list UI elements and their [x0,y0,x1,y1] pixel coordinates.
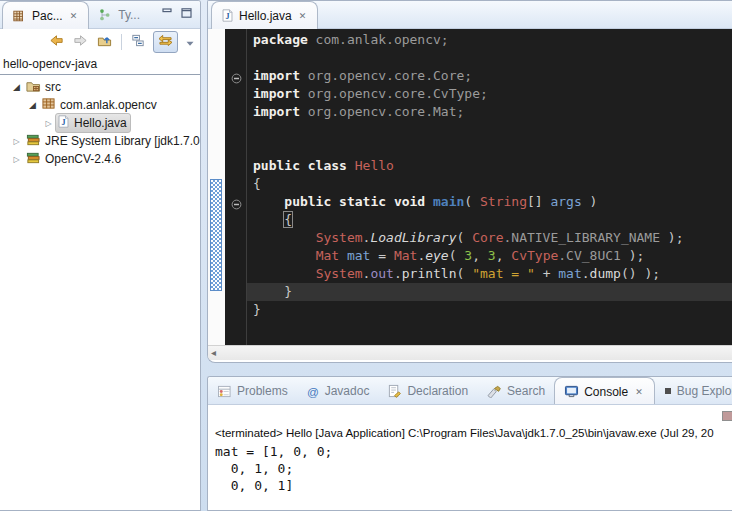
code-line[interactable]: Mat mat = Mat.eye( 3, 3, CvType.CV_8UC1 … [247,247,732,265]
code-token: LoadLibrary [370,230,456,245]
package-explorer-tabbar: Pac...✕Ty... [0,1,200,29]
console-output-line: 0, 1, 0; [215,460,732,477]
tree-item-jre-system-library-jdk1-7-0[interactable]: ▷JRE System Library [jdk1.7.0 [0,132,200,150]
close-icon[interactable]: ✕ [297,10,309,22]
tree-item-com-anlak-opencv[interactable]: ◢com.anlak.opencv [0,96,200,114]
link-with-editor-button[interactable] [153,31,178,53]
tree-item-label: JRE System Library [jdk1.7.0 [45,134,200,148]
svg-text:@: @ [307,385,319,398]
chevron-collapsed-icon[interactable]: ▷ [10,155,23,164]
scroll-left-arrow[interactable]: ◂ [208,348,216,358]
code-token: org.opencv.core.Mat; [300,104,464,119]
chevron-collapsed-icon[interactable]: ▷ [42,119,55,128]
package-explorer-view: Pac...✕Ty... hello-opencv-java ◢src◢com.… [0,0,201,511]
code-line[interactable]: System.LoadLibrary( Core.NATIVE_LIBRARY_… [247,229,732,247]
chevron-expanded-icon[interactable]: ◢ [26,100,39,110]
code-token: out [370,266,393,281]
view-menu-button[interactable] [185,33,195,51]
fold-collapse-icon[interactable] [231,196,242,214]
code-line[interactable]: import org.opencv.core.CvType; [247,85,732,103]
maximize-view-button[interactable] [181,8,192,18]
code-token [339,248,347,263]
editor-horizontal-scrollbar[interactable]: ◂ [208,345,732,360]
code-line[interactable] [247,121,732,139]
code-line[interactable]: System.out.println( "mat = " + mat.dump(… [247,265,732,283]
code-line[interactable]: import org.opencv.core.Mat; [247,103,732,121]
close-icon[interactable]: ✕ [633,386,645,398]
view-window-buttons [162,8,200,28]
chevron-expanded-icon[interactable]: ◢ [10,82,23,92]
tree-item-opencv-2-4-6[interactable]: ▷OpenCV-2.4.6 [0,150,200,168]
back-button[interactable] [48,33,65,52]
tree-item-body[interactable]: com.anlak.opencv [39,96,161,114]
code-token: ( [449,248,465,263]
editor-tab-hello-java[interactable]: JHello.java✕ [211,1,318,29]
code-token [425,194,433,209]
code-line[interactable]: } [247,301,732,319]
fold-margin[interactable] [225,29,247,345]
code-token: public static void [284,194,425,209]
code-token [253,194,284,209]
code-token: Mat [394,248,417,263]
library-icon [25,151,41,168]
code-token: } [253,284,292,299]
view-tab-ty[interactable]: Ty... [89,2,149,28]
minimize-view-button[interactable] [162,8,173,18]
chevron-collapsed-icon[interactable]: ▷ [10,137,23,146]
view-tab-pac[interactable]: Pac...✕ [2,1,89,29]
code-line[interactable]: package com.anlak.opencv; [247,31,732,49]
bottom-tab-console[interactable]: Console✕ [554,377,655,405]
tree-item-body[interactable]: JRE System Library [jdk1.7.0 [23,132,201,151]
code-token: { [253,176,261,191]
tree-item-body[interactable]: OpenCV-2.4.6 [23,150,125,169]
tab-label: Declaration [407,384,468,398]
bottom-tab-search[interactable]: Search [477,378,554,404]
console-body: <terminated> Hello [Java Application] C:… [208,405,732,511]
bottom-tab-problems[interactable]: Problems [208,378,297,404]
code-line[interactable]: { [247,175,732,193]
project-root-label[interactable]: hello-opencv-java [0,55,200,75]
tree-item-hello-java[interactable]: ▷JHello.java [0,114,200,132]
console-output-line: mat = [1, 0, 0; [215,443,732,460]
source-folder-icon [25,79,41,96]
bottom-tab-bug-explorer[interactable]: Bug Explorer [655,378,732,404]
code-line[interactable]: import org.opencv.core.Core; [247,67,732,85]
editor-body: package com.anlak.opencv;import org.open… [208,29,732,345]
code-line[interactable]: public class Hello [247,157,732,175]
forward-button[interactable] [72,33,89,52]
up-button[interactable] [96,33,113,52]
tree-item-body[interactable]: JHello.java [55,113,131,133]
code-token: ( [464,194,480,209]
up-folder-icon [96,33,113,52]
code-line[interactable]: { [247,211,732,229]
console-output[interactable]: mat = [1, 0, 0; 0, 1, 0; 0, 0, 1] [208,443,732,494]
code-line[interactable] [247,139,732,157]
code-token: String [480,194,527,209]
method-range-indicator [210,179,222,291]
code-token: main [433,194,464,209]
code-line[interactable]: } [247,283,732,301]
fold-collapse-icon[interactable] [231,70,242,88]
console-toolbar-icon[interactable] [722,411,732,421]
code-line[interactable] [247,49,732,67]
code-token: [] [527,194,550,209]
editor-tabbar: JHello.java✕ [208,1,732,29]
code-token: .CV_8UC1 [558,248,621,263]
tree-item-body[interactable]: src [23,78,65,97]
console-view: Problems@JavadocDeclarationSearchConsole… [207,376,732,511]
code-token: package [253,32,308,47]
close-icon[interactable]: ✕ [68,10,80,22]
java-file-icon: J [57,114,70,132]
code-token: mat [558,266,581,281]
code-line[interactable]: public static void main( String[] args ) [247,193,732,211]
back-arrow-icon [48,33,65,52]
tree-item-src[interactable]: ◢src [0,78,200,96]
tab-label: Bug Explorer [677,384,732,398]
code-token: dump [590,266,621,281]
code-editor[interactable]: package com.anlak.opencv;import org.open… [247,29,732,345]
code-token [253,230,316,245]
bottom-tab-javadoc[interactable]: @Javadoc [297,378,379,404]
bottom-tab-declaration[interactable]: Declaration [378,378,477,404]
annotation-ruler[interactable] [208,29,225,345]
collapse-all-button[interactable] [130,33,146,52]
